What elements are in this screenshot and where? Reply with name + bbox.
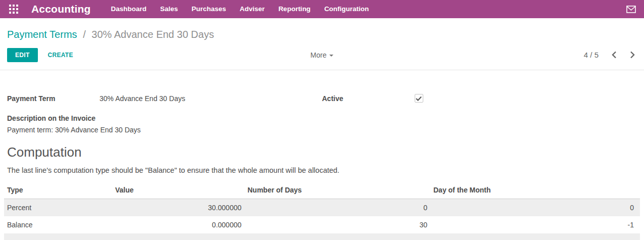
- cell-value: 30.000000: [112, 199, 244, 216]
- cell-type: Percent: [4, 199, 112, 216]
- cell-value: 0.000000: [112, 216, 244, 233]
- menu-sales[interactable]: Sales: [160, 0, 178, 18]
- envelope-icon[interactable]: [626, 6, 636, 13]
- form-sheet: Payment Term 30% Advance End 30 Days Act…: [0, 94, 644, 174]
- computation-helper-text: The last line's computation type should …: [7, 166, 637, 174]
- cell-days: 0: [244, 199, 430, 216]
- top-navbar: Accounting Dashboard Sales Purchases Adv…: [0, 0, 644, 18]
- column-header-number-of-days[interactable]: Number of Days: [244, 183, 430, 199]
- caret-down-icon: [329, 55, 333, 57]
- active-checkbox[interactable]: [415, 94, 423, 103]
- column-header-type[interactable]: Type: [4, 183, 112, 199]
- table-row-percent[interactable]: Percent 30.000000 0 0: [4, 199, 640, 216]
- table-header-row: Type Value Number of Days Day of the Mon…: [4, 183, 640, 199]
- menu-purchases[interactable]: Purchases: [191, 0, 226, 18]
- table-row-balance[interactable]: Balance 0.000000 30 -1: [4, 216, 640, 233]
- breadcrumb-payment-terms-link[interactable]: Payment Terms: [7, 29, 77, 40]
- description-value: Payment term: 30% Advance End 30 Days: [7, 126, 637, 134]
- control-panel: Payment Terms / 30% Advance End 30 Days …: [0, 18, 644, 70]
- menu-configuration[interactable]: Configuration: [324, 0, 369, 18]
- edit-button[interactable]: EDIT: [7, 48, 38, 62]
- computation-section-title: Computation: [7, 145, 637, 160]
- column-header-value[interactable]: Value: [112, 183, 244, 199]
- menu-adviser[interactable]: Adviser: [240, 0, 265, 18]
- payment-term-label: Payment Term: [7, 94, 100, 103]
- payment-term-value: 30% Advance End 30 Days: [100, 94, 185, 103]
- cell-day-of-month: 0: [430, 199, 640, 216]
- menu-reporting[interactable]: Reporting: [278, 0, 311, 18]
- active-label: Active: [322, 94, 415, 103]
- description-label: Description on the Invoice: [7, 114, 637, 122]
- chevron-right-icon: [630, 51, 635, 59]
- more-dropdown-label: More: [311, 51, 327, 59]
- computation-table: Type Value Number of Days Day of the Mon…: [4, 183, 640, 240]
- check-icon: [416, 96, 422, 101]
- app-title: Accounting: [31, 3, 91, 15]
- apps-grid-icon[interactable]: [7, 3, 20, 16]
- pager-previous-button[interactable]: [610, 49, 619, 61]
- pager-next-button[interactable]: [628, 49, 637, 61]
- chevron-left-icon: [612, 51, 617, 59]
- breadcrumb: Payment Terms / 30% Advance End 30 Days: [7, 27, 637, 41]
- pager-count[interactable]: 4 / 5: [584, 51, 599, 59]
- table-row-empty: [4, 233, 640, 240]
- column-header-day-of-month[interactable]: Day of the Month: [430, 183, 640, 199]
- cell-type: Balance: [4, 216, 112, 233]
- menu-dashboard[interactable]: Dashboard: [111, 0, 147, 18]
- create-button[interactable]: CREATE: [48, 52, 73, 59]
- breadcrumb-separator: /: [80, 29, 89, 40]
- cell-day-of-month: -1: [430, 216, 640, 233]
- more-dropdown-button[interactable]: More: [311, 51, 334, 59]
- cell-days: 30: [244, 216, 430, 233]
- main-menu: Dashboard Sales Purchases Adviser Report…: [111, 0, 369, 18]
- breadcrumb-current-record: 30% Advance End 30 Days: [91, 29, 214, 40]
